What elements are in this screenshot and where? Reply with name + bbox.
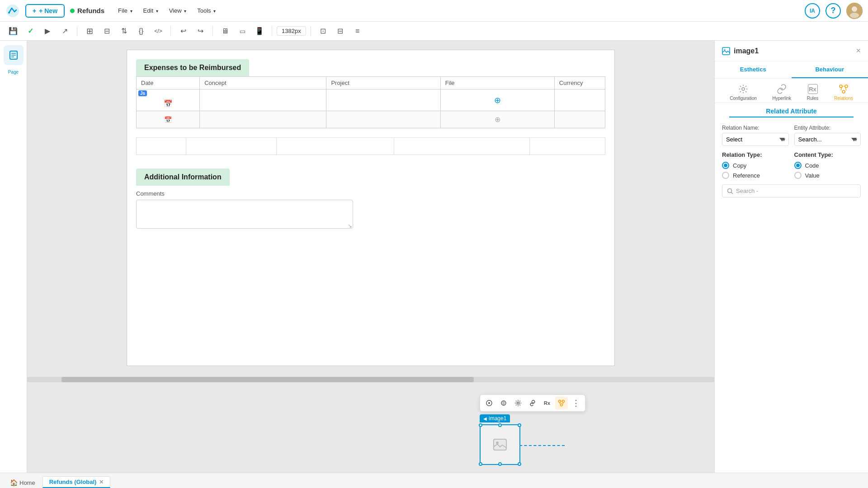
new-button[interactable]: + + New xyxy=(25,4,65,18)
panel-close-button[interactable]: × xyxy=(856,46,861,56)
user-avatar[interactable] xyxy=(846,3,863,19)
img-rules-btn[interactable]: Rx xyxy=(541,397,553,409)
additional-title: Additional Information xyxy=(136,169,230,186)
layout3-button[interactable]: ≡ xyxy=(350,24,365,38)
tab-esthetics[interactable]: Esthetics xyxy=(715,61,792,78)
canvas: Expenses to be Reimbursed Date Concept P… xyxy=(127,50,615,366)
entity-attr-select[interactable]: Search... xyxy=(794,133,861,146)
img-style-btn[interactable] xyxy=(497,397,510,409)
vars-button[interactable]: ⇅ xyxy=(116,24,132,38)
tab-behaviour[interactable]: Behaviour xyxy=(792,61,868,78)
help-button[interactable]: ? xyxy=(826,3,841,19)
tab-close-button[interactable]: ✕ xyxy=(99,479,104,485)
file-add-icon-2[interactable]: ⊕ xyxy=(495,116,500,123)
img-link-btn[interactable] xyxy=(526,397,539,409)
image1-container: Rx ⋮ ◀ xyxy=(480,394,585,465)
search-input[interactable] xyxy=(761,188,856,194)
rules-label: Rules xyxy=(807,96,819,101)
file-menu[interactable]: File ▾ xyxy=(113,5,137,16)
home-label: Home xyxy=(19,479,35,486)
date-cell: Js 📅 xyxy=(137,89,200,111)
svg-rect-18 xyxy=(722,47,730,55)
project-cell xyxy=(326,89,440,111)
img-settings-btn[interactable] xyxy=(512,397,524,409)
play-button[interactable]: ▶ xyxy=(40,24,55,38)
code-button[interactable]: </> xyxy=(151,24,166,38)
calendar-icon[interactable]: 📅 xyxy=(164,99,173,108)
sel-handle-bl[interactable] xyxy=(479,462,482,466)
tablet-button[interactable]: ▭ xyxy=(235,24,250,38)
image1-box[interactable] xyxy=(480,424,520,465)
radio-copy-dot[interactable] xyxy=(722,162,729,169)
panel-form: Relation Name: Select Entity Attribute: … xyxy=(715,119,868,203)
sep4 xyxy=(272,26,272,36)
col-concept: Concept xyxy=(200,77,326,89)
panel-rules[interactable]: Rx Rules xyxy=(807,84,819,101)
save-button[interactable]: 💾 xyxy=(5,24,21,38)
panel-relations[interactable]: Relations xyxy=(834,84,853,101)
check-button[interactable]: ✓ xyxy=(23,24,38,38)
sep5 xyxy=(311,26,311,36)
redo-button[interactable]: ↪ xyxy=(193,24,208,38)
sel-handle-br[interactable] xyxy=(518,462,521,466)
image-icon xyxy=(722,47,730,55)
col-project: Project xyxy=(326,77,440,89)
content-type-col: Content Type: Code Value xyxy=(794,151,861,179)
svg-point-10 xyxy=(488,402,490,404)
sel-handle-tl[interactable] xyxy=(479,423,482,427)
currency-cell xyxy=(554,89,605,111)
layers-button[interactable]: ⊟ xyxy=(99,24,114,38)
svg-point-22 xyxy=(845,85,848,88)
svg-point-13 xyxy=(559,400,561,403)
px-value[interactable]: 1382px xyxy=(277,26,306,36)
search-row: Search - xyxy=(722,184,861,197)
panel-hyperlink[interactable]: Hyperlink xyxy=(772,84,791,101)
sel-handle-tr[interactable] xyxy=(518,423,521,427)
edit-menu[interactable]: Edit ▾ xyxy=(139,5,163,16)
radio-copy-label: Copy xyxy=(733,162,746,169)
empty-grid-section xyxy=(127,133,614,160)
img-relations-btn[interactable] xyxy=(555,397,568,409)
view-menu[interactable]: View ▾ xyxy=(165,5,191,16)
menu-bar: File ▾ Edit ▾ View ▾ Tools ▾ xyxy=(113,5,220,16)
logic-button[interactable]: {} xyxy=(133,24,149,38)
radio-code-dot[interactable] xyxy=(794,162,802,169)
status-dot xyxy=(70,9,75,13)
sel-handle-bc[interactable] xyxy=(498,462,502,466)
radio-reference-dot[interactable] xyxy=(722,172,729,179)
mobile-button[interactable]: 📱 xyxy=(252,24,267,38)
calendar-icon-2[interactable]: 📅 xyxy=(164,116,172,123)
layout1-button[interactable]: ⊡ xyxy=(316,24,331,38)
undo-button[interactable]: ↩ xyxy=(175,24,191,38)
components-button[interactable]: ⊞ xyxy=(82,24,97,38)
sidebar-page-icon[interactable] xyxy=(4,45,24,65)
radio-reference[interactable]: Reference xyxy=(722,172,789,179)
new-label: + New xyxy=(39,7,57,14)
panel-title: image1 xyxy=(734,47,759,55)
export-button[interactable]: ↗ xyxy=(57,24,72,38)
sel-handle-tc[interactable] xyxy=(498,423,502,427)
file-add-icon[interactable]: ⊕ xyxy=(494,96,501,105)
img-move-btn[interactable] xyxy=(483,397,495,409)
left-sidebar: Page xyxy=(0,41,27,473)
radio-reference-label: Reference xyxy=(733,172,760,179)
refunds-global-tab[interactable]: Refunds (Global) ✕ xyxy=(42,476,111,488)
panel-tabs: Esthetics Behaviour xyxy=(715,61,868,79)
radio-code[interactable]: Code xyxy=(794,162,861,169)
radio-copy[interactable]: Copy xyxy=(722,162,789,169)
desktop-button[interactable]: 🖥 xyxy=(217,24,233,38)
radio-value-dot[interactable] xyxy=(794,172,802,179)
radio-value[interactable]: Value xyxy=(794,172,861,179)
ia-button[interactable]: IA xyxy=(805,3,820,19)
comments-textarea[interactable] xyxy=(136,200,353,229)
tools-menu[interactable]: Tools ▾ xyxy=(193,5,220,16)
h-scrollbar[interactable] xyxy=(27,377,714,382)
relation-name-select[interactable]: Select xyxy=(722,133,789,146)
home-tab[interactable]: 🏠 Home xyxy=(4,477,42,488)
img-more-btn[interactable]: ⋮ xyxy=(570,397,582,409)
layout2-button[interactable]: ⊟ xyxy=(333,24,348,38)
search-label: Search - xyxy=(736,188,758,194)
canvas-area[interactable]: Expenses to be Reimbursed Date Concept P… xyxy=(27,41,714,473)
panel-configuration[interactable]: Configuration xyxy=(730,84,756,101)
app-logo xyxy=(5,4,20,18)
